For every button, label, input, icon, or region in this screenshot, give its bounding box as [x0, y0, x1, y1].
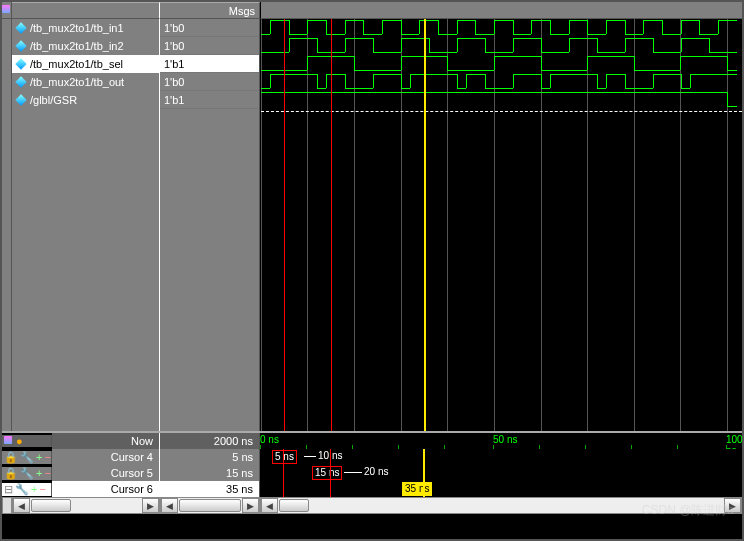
wave-edge	[354, 56, 355, 70]
wave-segment	[382, 20, 401, 21]
minus-icon[interactable]: −	[44, 451, 50, 463]
signal-name-row[interactable]: /tb_mux2to1/tb_in1	[12, 19, 159, 37]
sb-left-icon[interactable]: ◀	[13, 498, 30, 513]
wave-edge	[643, 20, 644, 34]
wrench-icon[interactable]: 🔧	[20, 467, 34, 480]
timescale-ruler[interactable]: 0 ns50 ns100 ns	[260, 433, 742, 449]
signal-value-row[interactable]: 1'b0	[160, 37, 259, 55]
cursor-label: Cursor 5	[52, 465, 160, 481]
grid-line	[587, 19, 588, 431]
cursor-row-icons: 🔒🔧+−	[2, 467, 52, 480]
cursor-line[interactable]	[424, 19, 426, 431]
cursor-position-box[interactable]: 15 ns	[312, 466, 342, 480]
wave-edge	[363, 20, 364, 34]
signal-value-row[interactable]: 1'b0	[160, 19, 259, 37]
wave-segment	[681, 20, 699, 21]
cursor-row[interactable]: 🔒🔧+−Cursor 45 ns5 ns10 ns	[2, 449, 742, 465]
cursor-grip-icon[interactable]: ⊟	[4, 483, 13, 496]
wave-edge	[606, 74, 607, 88]
tick-label: 0 ns	[260, 434, 279, 445]
grid-line	[354, 19, 355, 431]
wave-segment	[569, 20, 587, 21]
wave-edge	[597, 74, 598, 88]
sb-thumb[interactable]	[179, 499, 241, 512]
plus-icon[interactable]: +	[36, 451, 42, 463]
wave-edge	[494, 20, 495, 34]
lock-icon[interactable]: 🔒	[4, 451, 18, 464]
wave-segment	[354, 88, 373, 89]
wave-edge	[485, 74, 486, 88]
signal-value-row[interactable]: 1'b1	[160, 55, 259, 73]
signal-name-row[interactable]: /tb_mux2to1/tb_in2	[12, 37, 159, 55]
sb-left-icon[interactable]: ◀	[161, 498, 178, 513]
wave-edge	[634, 56, 635, 70]
cursor-position-box[interactable]: 35 ns	[402, 482, 432, 496]
wave-edge	[289, 38, 290, 52]
wave-edge	[457, 20, 458, 34]
values-scrollbar[interactable]: ◀▶	[160, 497, 260, 514]
cursor-line[interactable]	[284, 19, 285, 431]
lock-icon[interactable]: 🔒	[4, 467, 18, 480]
wave-edge	[541, 38, 542, 52]
signal-name-row[interactable]: /glbl/GSR	[12, 91, 159, 109]
signal-diamond-icon	[16, 77, 26, 87]
wave-edge	[466, 74, 467, 88]
logo-cube-icon	[2, 5, 11, 15]
wave-segment	[447, 70, 494, 71]
signal-values-column[interactable]: 1'b01'b01'b11'b01'b1	[160, 19, 260, 431]
wave-edge	[373, 38, 374, 52]
cursor-wave-cell[interactable]: 5 ns10 ns	[260, 449, 742, 465]
sb-thumb[interactable]	[279, 499, 309, 512]
wave-segment	[457, 20, 475, 21]
wave-edge	[727, 56, 728, 70]
wave-edge	[345, 74, 346, 88]
sb-corner	[2, 497, 12, 514]
signal-name-text: /tb_mux2to1/tb_sel	[30, 58, 123, 70]
signal-names-column[interactable]: /tb_mux2to1/tb_in1/tb_mux2to1/tb_in2/tb_…	[12, 19, 160, 431]
wave-segment	[261, 88, 270, 89]
minus-icon[interactable]: −	[44, 467, 50, 479]
wave-edge	[653, 38, 654, 52]
wave-edge	[317, 38, 318, 52]
names-scrollbar[interactable]: ◀▶	[12, 497, 160, 514]
signal-value-row[interactable]: 1'b0	[160, 73, 259, 91]
plus-icon[interactable]: +	[36, 467, 42, 479]
wave-edge	[541, 56, 542, 70]
cursor-row[interactable]: ⊟🔧+−Cursor 635 ns35 ns	[2, 481, 742, 497]
signal-value-row[interactable]: 1'b1	[160, 91, 259, 109]
wave-edge	[475, 20, 476, 34]
wave-segment	[643, 20, 662, 21]
minus-icon[interactable]: −	[39, 483, 45, 495]
wave-edge	[401, 20, 402, 34]
wave-segment	[690, 74, 709, 75]
wrench-icon[interactable]: 🔧	[15, 483, 29, 496]
plus-icon[interactable]: +	[31, 483, 37, 495]
wave-edge	[401, 74, 402, 88]
grid-line	[727, 19, 728, 431]
sb-left-icon[interactable]: ◀	[261, 498, 278, 513]
cursor-row[interactable]: 🔒🔧+−Cursor 515 ns15 ns20 ns	[2, 465, 742, 481]
cursor-line[interactable]	[331, 19, 332, 431]
cursor-position-box[interactable]: 5 ns	[272, 450, 297, 464]
wave-edge	[569, 38, 570, 52]
wave-edge	[587, 20, 588, 34]
sb-right-icon[interactable]: ▶	[142, 498, 159, 513]
grid-line	[261, 19, 262, 431]
wave-edge	[531, 20, 532, 34]
cursor-wave-cell[interactable]: 15 ns20 ns	[260, 465, 742, 481]
wave-edge	[513, 20, 514, 34]
signal-name-row[interactable]: /tb_mux2to1/tb_out	[12, 73, 159, 91]
cursor-wave-cell[interactable]: 35 ns	[260, 481, 742, 497]
wave-segment	[307, 20, 326, 21]
signal-name-row[interactable]: /tb_mux2to1/tb_sel	[12, 55, 159, 73]
cursor-row-icons: ⊟🔧+−	[2, 483, 52, 496]
wave-segment	[541, 70, 587, 71]
wave-segment	[475, 34, 494, 35]
signal-name-text: /tb_mux2to1/tb_out	[30, 76, 124, 88]
sb-right-icon[interactable]: ▶	[242, 498, 259, 513]
wrench-icon[interactable]: 🔧	[20, 451, 34, 464]
wave-edge	[401, 38, 402, 52]
waveform-area[interactable]	[260, 19, 742, 431]
sb-thumb[interactable]	[31, 499, 71, 512]
wave-segment	[625, 34, 643, 35]
